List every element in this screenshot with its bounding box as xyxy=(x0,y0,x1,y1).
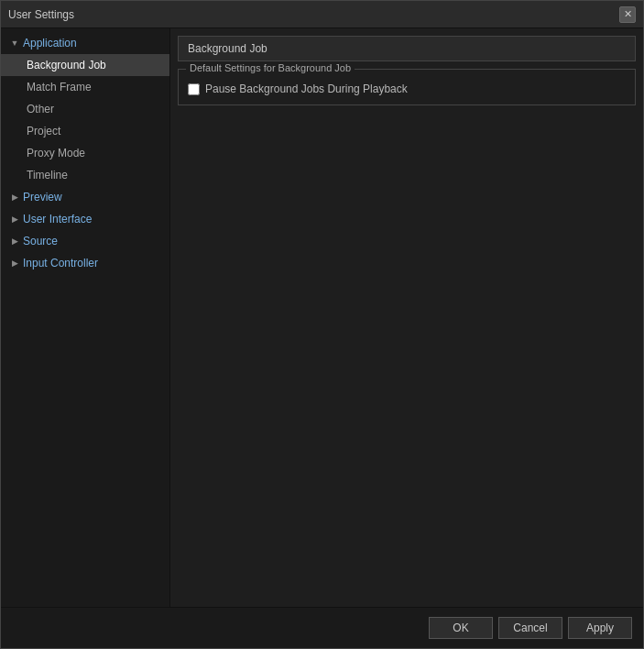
dialog-title: User Settings xyxy=(8,8,74,21)
sidebar-item-application[interactable]: ▼ Application xyxy=(1,32,169,54)
sidebar-item-source-label: Source xyxy=(23,235,58,248)
user-settings-dialog: User Settings ✕ ▼ Application Background… xyxy=(0,0,644,649)
sidebar-item-user-interface-label: User Interface xyxy=(23,213,92,226)
main-content: Background Job Default Settings for Back… xyxy=(170,28,643,607)
sidebar-item-user-interface[interactable]: ▶ User Interface xyxy=(1,208,169,230)
sidebar-item-other[interactable]: Other xyxy=(1,98,169,120)
sidebar-item-input-controller[interactable]: ▶ Input Controller xyxy=(1,252,169,274)
sidebar-item-timeline[interactable]: Timeline xyxy=(1,164,169,186)
sidebar-item-match-frame-label: Match Frame xyxy=(27,81,92,94)
sidebar: ▼ Application Background Job Match Frame… xyxy=(1,28,170,607)
dialog-footer: OK Cancel Apply xyxy=(1,607,643,648)
sidebar-item-background-job[interactable]: Background Job xyxy=(1,54,169,76)
sidebar-item-proxy-mode[interactable]: Proxy Mode xyxy=(1,142,169,164)
cancel-button[interactable]: Cancel xyxy=(498,617,562,639)
settings-group-legend: Default Settings for Background Job xyxy=(186,62,355,73)
sidebar-item-source[interactable]: ▶ Source xyxy=(1,230,169,252)
sidebar-item-proxy-mode-label: Proxy Mode xyxy=(27,147,85,160)
content-header: Background Job xyxy=(178,36,636,61)
arrow-icon-input-controller: ▶ xyxy=(8,257,21,270)
title-bar: User Settings ✕ xyxy=(1,1,643,28)
close-button[interactable]: ✕ xyxy=(619,6,636,23)
dialog-body: ▼ Application Background Job Match Frame… xyxy=(1,28,643,607)
sidebar-item-project-label: Project xyxy=(27,125,60,138)
sidebar-item-input-controller-label: Input Controller xyxy=(23,257,98,270)
pause-background-jobs-label: Pause Background Jobs During Playback xyxy=(205,82,408,95)
sidebar-item-background-job-label: Background Job xyxy=(27,59,106,72)
sidebar-item-project[interactable]: Project xyxy=(1,120,169,142)
ok-button[interactable]: OK xyxy=(429,617,493,639)
pause-background-jobs-checkbox[interactable] xyxy=(188,83,200,95)
pause-background-jobs-row: Pause Background Jobs During Playback xyxy=(188,82,626,95)
sidebar-item-match-frame[interactable]: Match Frame xyxy=(1,76,169,98)
arrow-icon-source: ▶ xyxy=(8,235,21,248)
sidebar-item-timeline-label: Timeline xyxy=(27,169,68,182)
sidebar-item-other-label: Other xyxy=(27,103,54,116)
sidebar-item-preview-label: Preview xyxy=(23,191,62,204)
arrow-icon-preview: ▶ xyxy=(8,191,21,204)
apply-button[interactable]: Apply xyxy=(568,617,632,639)
settings-group: Default Settings for Background Job Paus… xyxy=(178,69,636,105)
arrow-icon-user-interface: ▶ xyxy=(8,213,21,226)
sidebar-item-preview[interactable]: ▶ Preview xyxy=(1,186,169,208)
sidebar-item-application-label: Application xyxy=(23,37,77,50)
arrow-icon-application: ▼ xyxy=(8,37,21,50)
content-title: Background Job xyxy=(188,42,267,55)
